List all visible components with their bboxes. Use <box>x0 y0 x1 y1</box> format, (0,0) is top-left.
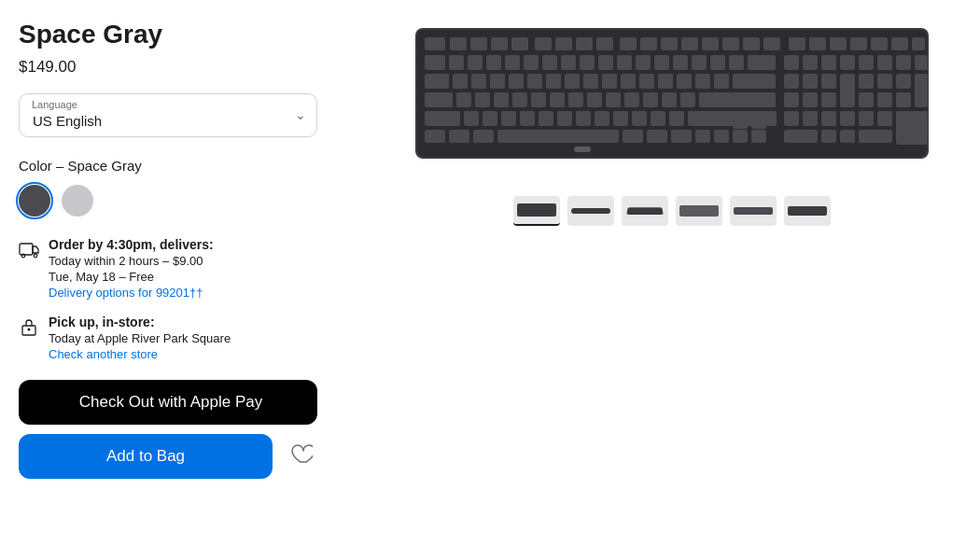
svg-rect-94 <box>662 92 677 107</box>
svg-rect-95 <box>680 92 695 107</box>
wishlist-button[interactable] <box>284 440 317 473</box>
svg-rect-126 <box>473 130 494 143</box>
store-icon <box>19 316 39 337</box>
svg-rect-72 <box>714 74 729 89</box>
svg-rect-56 <box>915 55 928 70</box>
svg-rect-14 <box>576 37 593 50</box>
thumbnail-6[interactable] <box>784 196 831 226</box>
apple-pay-button[interactable]: Check Out with Apple Pay <box>19 380 317 425</box>
svg-point-4 <box>28 328 31 330</box>
product-image-container <box>401 19 943 168</box>
svg-rect-57 <box>425 74 449 89</box>
thumbnail-2[interactable] <box>567 196 614 226</box>
svg-rect-120 <box>840 111 855 126</box>
pickup-store: Today at Apple River Park Square <box>49 331 231 345</box>
left-panel: Space Gray $149.00 Language US English U… <box>19 19 364 541</box>
product-title: Space Gray <box>19 19 364 50</box>
delivery-options-link[interactable]: Delivery options for 99201†† <box>49 286 214 300</box>
svg-rect-55 <box>896 55 911 70</box>
svg-rect-64 <box>565 74 580 89</box>
svg-rect-38 <box>561 55 576 70</box>
pickup-section: Pick up, in-store: Today at Apple River … <box>19 315 364 361</box>
add-to-bag-button[interactable]: Add to Bag <box>19 434 273 479</box>
svg-rect-137 <box>784 130 818 143</box>
svg-rect-41 <box>617 55 632 70</box>
svg-rect-67 <box>621 74 636 89</box>
svg-rect-15 <box>596 37 613 50</box>
svg-rect-109 <box>557 111 572 126</box>
svg-rect-32 <box>449 55 464 70</box>
svg-rect-24 <box>789 37 805 50</box>
svg-rect-138 <box>821 130 836 143</box>
svg-rect-82 <box>425 92 453 107</box>
color-swatch-space-gray[interactable] <box>19 185 50 217</box>
svg-rect-81 <box>915 74 928 107</box>
heart-icon <box>288 442 313 470</box>
svg-rect-53 <box>859 55 874 70</box>
check-another-store-link[interactable]: Check another store <box>49 347 231 361</box>
svg-rect-43 <box>654 55 669 70</box>
svg-rect-71 <box>695 74 710 89</box>
svg-rect-62 <box>527 74 542 89</box>
svg-rect-68 <box>639 74 654 89</box>
svg-rect-86 <box>512 92 527 107</box>
thumbnail-1[interactable] <box>513 196 560 226</box>
svg-rect-69 <box>658 74 673 89</box>
delivery-line2: Tue, May 18 – Free <box>49 270 214 284</box>
svg-rect-27 <box>850 37 867 50</box>
svg-rect-84 <box>475 92 490 107</box>
svg-point-1 <box>21 254 25 258</box>
svg-rect-114 <box>651 111 665 126</box>
language-select[interactable]: US English UK English French German Span… <box>19 93 317 137</box>
svg-rect-0 <box>20 244 33 255</box>
delivery-text-block: Order by 4:30pm, delivers: Today within … <box>49 237 214 300</box>
svg-rect-50 <box>803 55 818 70</box>
svg-rect-25 <box>809 37 826 50</box>
delivery-icon <box>19 239 39 259</box>
svg-rect-99 <box>821 92 836 107</box>
apple-pay-label: Check Out with Apple Pay <box>79 393 263 412</box>
svg-rect-29 <box>891 37 908 50</box>
svg-rect-52 <box>840 55 855 70</box>
svg-rect-108 <box>539 111 553 126</box>
svg-rect-22 <box>743 37 760 50</box>
thumbnails-row <box>513 196 831 226</box>
svg-rect-105 <box>483 111 497 126</box>
svg-rect-12 <box>535 37 552 50</box>
svg-rect-132 <box>714 130 729 143</box>
svg-rect-75 <box>803 74 818 89</box>
svg-rect-39 <box>580 55 595 70</box>
svg-rect-42 <box>636 55 651 70</box>
thumbnail-4[interactable] <box>676 196 722 226</box>
svg-rect-73 <box>733 74 776 89</box>
svg-rect-54 <box>877 55 892 70</box>
color-swatch-silver[interactable] <box>62 185 93 217</box>
svg-rect-30 <box>912 37 925 50</box>
svg-rect-77 <box>840 74 855 107</box>
svg-rect-60 <box>490 74 505 89</box>
svg-rect-23 <box>763 37 780 50</box>
svg-rect-92 <box>624 92 639 107</box>
thumbnail-3[interactable] <box>622 196 668 226</box>
svg-rect-44 <box>673 55 688 70</box>
svg-rect-66 <box>602 74 617 89</box>
svg-rect-63 <box>546 74 561 89</box>
svg-rect-130 <box>671 130 692 143</box>
delivery-heading: Order by 4:30pm, delivers: <box>49 237 214 252</box>
svg-rect-122 <box>877 111 892 126</box>
svg-rect-83 <box>456 92 471 107</box>
color-swatches <box>19 185 364 217</box>
svg-rect-40 <box>598 55 613 70</box>
svg-rect-115 <box>669 111 684 126</box>
svg-rect-19 <box>681 37 698 50</box>
thumbnail-5[interactable] <box>730 196 777 226</box>
svg-rect-45 <box>692 55 707 70</box>
svg-rect-142 <box>574 147 591 152</box>
svg-point-2 <box>34 254 37 258</box>
svg-rect-8 <box>450 37 467 50</box>
svg-rect-97 <box>784 92 799 107</box>
language-selector-wrapper: Language US English UK English French Ge… <box>19 93 317 137</box>
svg-rect-131 <box>695 130 710 143</box>
color-label: Color – Space Gray <box>19 158 364 174</box>
svg-rect-79 <box>877 74 892 89</box>
